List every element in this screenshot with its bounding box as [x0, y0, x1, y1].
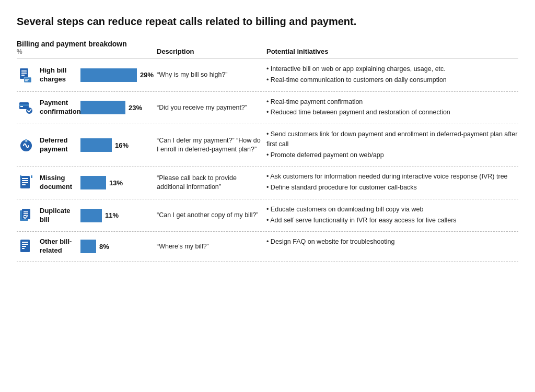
svg-rect-1 [21, 70, 27, 72]
row-initiatives: Send customers link for down payment and… [262, 129, 518, 161]
duplicate-icon [17, 206, 36, 225]
row-label: Deferred payment [40, 136, 76, 154]
svg-rect-24 [24, 213, 28, 214]
row-left: High bill charges 29% [17, 64, 153, 86]
table-row: Payment confirmation 23% “Did you receiv… [17, 92, 518, 125]
row-left: Other bill-related 8% [17, 237, 153, 256]
svg-rect-15 [22, 178, 28, 179]
row-label: Payment confirmation [40, 99, 76, 116]
svg-point-10 [26, 108, 32, 114]
initiative-item: Add self serve functionality in IVR for … [266, 216, 518, 225]
row-description: “Can I get another copy of my bill?” [153, 205, 262, 227]
row-left: Deferred payment 16% [17, 129, 153, 161]
row-initiatives: Design FAQ on website for troubleshootin… [262, 237, 518, 256]
initiative-item: Promote deferred payment on web/app [266, 150, 518, 160]
chart-section: Billing and payment breakdown % Descript… [17, 40, 518, 262]
row-description: “Why is my bill so high?” [153, 64, 262, 86]
row-description: “Where’s my bill?” [153, 237, 262, 256]
bar-pct: 8% [99, 243, 109, 251]
row-description: “Did you receive my payment?” [153, 97, 262, 119]
row-left: Payment confirmation 23% [17, 97, 153, 119]
initiative-item: Reduced time between payment and restora… [266, 108, 518, 117]
bar-area: 16% [80, 138, 154, 152]
initiative-item: Design FAQ on website for troubleshootin… [266, 237, 518, 247]
bar [80, 240, 96, 253]
chart-header: Billing and payment breakdown % Descript… [17, 40, 518, 55]
initiative-item: Define standard procedure for customer c… [266, 183, 518, 193]
initiative-item: Ask customers for information needed dur… [266, 172, 518, 182]
deferred-icon [17, 136, 36, 155]
col-description-header: Description [153, 47, 262, 55]
bar-area: 11% [80, 209, 154, 222]
bar [80, 209, 102, 222]
row-left: Missing document 13% [17, 172, 153, 194]
table-row: Other bill-related 8% “Where’s my bill?”… [17, 232, 518, 262]
svg-rect-5 [25, 79, 29, 80]
row-initiatives: Real-time payment confirmationReduced ti… [262, 97, 518, 119]
svg-rect-29 [22, 246, 26, 247]
svg-rect-2 [21, 73, 27, 74]
bar-area: 13% [80, 176, 154, 189]
bar-area: 23% [80, 101, 154, 114]
svg-rect-17 [22, 182, 28, 183]
row-label: High bill charges [40, 66, 76, 84]
page-title: Several steps can reduce repeat calls re… [17, 15, 518, 28]
svg-rect-16 [22, 180, 28, 181]
table-row: Missing document 13% “Please call back t… [17, 167, 518, 199]
svg-rect-30 [22, 248, 25, 249]
chart-subtitle: % [17, 48, 153, 55]
table-row: Deferred payment 16% “Can I defer my pay… [17, 124, 518, 167]
bill-icon [17, 66, 36, 85]
svg-rect-8 [19, 104, 29, 106]
svg-point-13 [26, 140, 27, 142]
svg-rect-23 [24, 211, 28, 212]
svg-rect-25 [24, 215, 27, 216]
bar-pct: 29% [140, 71, 154, 79]
bar-area: 29% [80, 68, 154, 82]
initiative-item: Real-time payment confirmation [266, 97, 518, 107]
bar-pct: 23% [129, 104, 142, 112]
bar [80, 101, 125, 114]
bar-pct: 16% [115, 141, 129, 149]
initiative-item: Interactive bill on web or app explainin… [266, 64, 518, 74]
svg-rect-3 [21, 75, 25, 76]
table-body: High bill charges 29% “Why is my bill so… [17, 59, 518, 262]
row-left: Duplicate bill 11% [17, 205, 153, 227]
svg-rect-9 [20, 106, 23, 107]
svg-rect-27 [22, 242, 28, 243]
row-label: Missing document [40, 174, 76, 192]
initiative-item: Real-time communication to customers on … [266, 75, 518, 85]
initiative-item: Educate customers on downloading bill co… [266, 205, 518, 215]
table-row: High bill charges 29% “Why is my bill so… [17, 59, 518, 92]
bar-pct: 13% [109, 179, 123, 187]
row-initiatives: Educate customers on downloading bill co… [262, 205, 518, 227]
svg-rect-4 [24, 77, 31, 82]
svg-rect-6 [25, 80, 28, 81]
svg-rect-20 [31, 175, 32, 178]
row-initiatives: Interactive bill on web or app explainin… [262, 64, 518, 86]
row-label: Duplicate bill [40, 207, 76, 224]
bar-pct: 11% [105, 211, 119, 219]
bar-area: 8% [80, 240, 154, 253]
table-row: Duplicate bill 11% “Can I get another co… [17, 199, 518, 232]
chart-header-left: Billing and payment breakdown % [17, 40, 153, 55]
row-description: “Please call back to provide additional … [153, 172, 262, 194]
payment-icon [17, 98, 36, 117]
row-initiatives: Ask customers for information needed dur… [262, 172, 518, 194]
document-icon [17, 173, 36, 192]
initiative-item: Send customers link for down payment and… [266, 129, 518, 149]
svg-rect-28 [22, 244, 28, 245]
row-description: “Can I defer my payment?” “How do I enro… [153, 129, 262, 161]
svg-rect-19 [20, 175, 21, 178]
row-label: Other bill-related [40, 237, 76, 255]
chart-title: Billing and payment breakdown [17, 40, 153, 48]
bar [80, 138, 112, 152]
svg-rect-18 [22, 184, 26, 185]
bar [80, 176, 106, 189]
other-icon [17, 237, 36, 256]
bar [80, 68, 137, 82]
col-initiatives-header: Potential initiatives [262, 47, 518, 55]
